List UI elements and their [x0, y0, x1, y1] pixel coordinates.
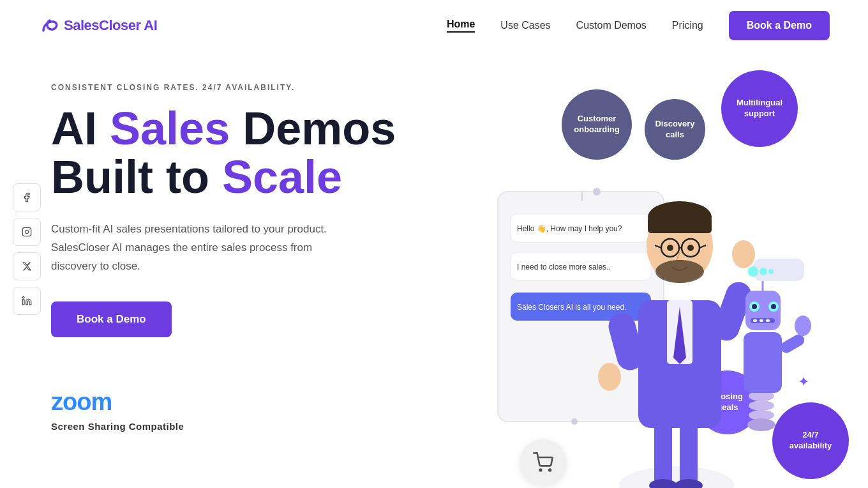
hero-description: Custom-fit AI sales presentations tailor…	[51, 220, 357, 276]
nav-custom-demos[interactable]: Custom Demos	[576, 20, 647, 31]
svg-rect-49	[760, 319, 763, 322]
svg-point-59	[593, 188, 601, 195]
hero-title-line1: AI Sales Demos	[51, 103, 396, 154]
zoom-section: zoom Screen Sharing Compatible	[51, 388, 447, 432]
svg-rect-50	[766, 319, 770, 322]
nav-home[interactable]: Home	[447, 19, 475, 33]
svg-point-63	[549, 469, 551, 471]
svg-rect-48	[753, 319, 757, 322]
hero-tagline: CONSISTENT CLOSING RATES. 24/7 AVAILABIL…	[51, 83, 447, 92]
instagram-icon[interactable]	[13, 218, 41, 246]
logo: SalesCloser AI	[38, 15, 157, 36]
svg-text:Sales Closers AI is all you ne: Sales Closers AI is all you need.	[517, 303, 626, 312]
svg-point-56	[748, 266, 758, 277]
svg-text:✦: ✦	[798, 374, 809, 390]
svg-text:I need to close more sales..: I need to close more sales..	[517, 263, 611, 271]
svg-point-54	[795, 316, 811, 336]
svg-point-35	[655, 260, 704, 283]
hero-title: AI Sales Demos Built to Scale	[51, 105, 447, 201]
svg-point-3	[22, 296, 24, 298]
svg-point-40	[747, 418, 775, 431]
svg-point-33	[667, 245, 673, 251]
zoom-compat-text: Screen Sharing Compatible	[51, 421, 447, 432]
svg-point-60	[571, 418, 578, 425]
twitter-x-icon[interactable]	[13, 252, 41, 280]
svg-point-23	[732, 240, 755, 268]
nav-book-demo-button[interactable]: Book a Demo	[729, 11, 830, 40]
main-nav: Home Use Cases Custom Demos Pricing Book…	[447, 11, 830, 40]
social-sidebar	[13, 183, 41, 315]
linkedin-icon[interactable]	[13, 287, 41, 315]
svg-rect-2	[22, 300, 24, 305]
hero-illustration: Customeronboarding Discoverycalls Multil…	[447, 64, 823, 488]
zoom-logo: zoom	[51, 388, 447, 416]
logo-text: SalesCloser AI	[64, 17, 157, 34]
salescloser-logo-icon	[38, 15, 59, 36]
nav-use-cases[interactable]: Use Cases	[500, 20, 550, 31]
svg-rect-0	[22, 227, 31, 236]
nav-pricing[interactable]: Pricing	[672, 20, 703, 31]
svg-point-46	[771, 304, 776, 309]
svg-point-58	[768, 269, 774, 274]
svg-point-34	[687, 245, 694, 251]
svg-rect-27	[648, 217, 712, 233]
svg-rect-41	[744, 332, 782, 393]
person-robot-illustration: Hello 👋, How may I help you? I need to c…	[479, 89, 836, 488]
facebook-icon[interactable]	[13, 183, 41, 211]
svg-point-45	[752, 304, 757, 309]
hero-book-demo-button[interactable]: Book a Demo	[51, 301, 172, 337]
hero-content: CONSISTENT CLOSING RATES. 24/7 AVAILABIL…	[51, 64, 447, 432]
svg-point-21	[598, 363, 621, 391]
cart-icon	[533, 452, 553, 473]
svg-point-57	[760, 268, 767, 275]
svg-text:Hello 👋, How may I help you?: Hello 👋, How may I help you?	[517, 224, 622, 233]
svg-point-38	[749, 400, 774, 411]
cart-circle	[520, 439, 566, 485]
svg-point-62	[540, 469, 542, 471]
hero-title-line2: Built to Scale	[51, 151, 342, 202]
